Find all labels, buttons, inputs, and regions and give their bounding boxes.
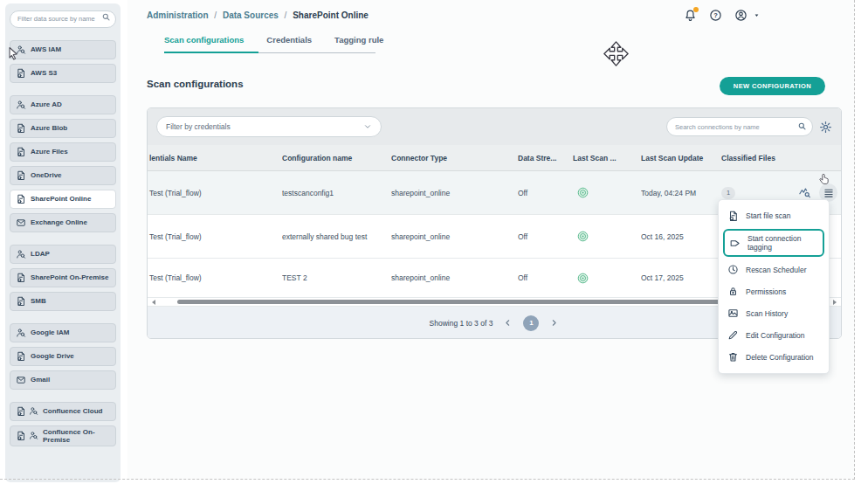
sidebar-item-label: Google Drive	[31, 352, 74, 360]
doc-search-icon	[727, 211, 739, 222]
sidebar-item-azure-files[interactable]: Azure Files	[10, 142, 116, 162]
menu-item-label: Delete Configuration	[746, 353, 814, 362]
cell-credentials: Test (Trial_flow)	[148, 189, 282, 197]
doc-search-icon	[16, 406, 26, 417]
connections-search-input[interactable]	[666, 117, 813, 136]
table-toolbar: Filter by credentials	[148, 108, 841, 145]
sidebar-item-label: Confluence Cloud	[43, 407, 102, 415]
user-search-icon	[16, 328, 26, 338]
breadcrumb-administration[interactable]: Administration	[147, 10, 209, 20]
sidebar-group-google: Google IAM Google Drive Gmail	[10, 323, 116, 390]
sidebar-group-confluence: Confluence Cloud Confluence On-Premise	[10, 402, 116, 446]
doc-search-icon	[16, 170, 26, 181]
caret-down-icon[interactable]	[753, 11, 761, 19]
menu-item-start-file-scan[interactable]: Start file scan	[719, 205, 829, 227]
doc-search-icon	[16, 147, 26, 157]
doc-search-icon	[16, 68, 26, 79]
column-header-last-scan: Last Scan ...	[573, 154, 641, 162]
sidebar-item-label: AWS S3	[31, 69, 57, 77]
notification-dot	[693, 7, 699, 12]
sidebar-item-label: SharePoint On-Premise	[31, 273, 108, 281]
sidebar-item-gmail[interactable]: Gmail	[10, 370, 116, 390]
doc-search-icon	[16, 273, 26, 283]
menu-item-start-connection-tagging[interactable]: Start connection tagging	[723, 229, 824, 257]
pagination-summary: Showing 1 to 3 of 3	[430, 319, 493, 328]
burger-menu-icon	[823, 187, 835, 199]
sidebar-filter	[10, 9, 116, 28]
tab-bar: Scan configurations Credentials Tagging …	[164, 35, 383, 52]
scroll-left-arrow[interactable]	[152, 300, 155, 305]
sidebar-item-aws-s3[interactable]: AWS S3	[10, 64, 116, 83]
sidebar-item-label: Exchange Online	[31, 218, 87, 226]
lock-icon	[727, 286, 739, 297]
sidebar-item-exchange-online[interactable]: Exchange Online	[10, 213, 116, 232]
active-tab-indicator	[164, 52, 258, 53]
sidebar-item-ldap[interactable]: LDAP	[10, 245, 116, 264]
sidebar-item-confluence-onpremise[interactable]: Confluence On-Premise	[10, 425, 116, 446]
filter-by-credentials-label: Filter by credentials	[166, 122, 231, 131]
sidebar-item-sharepoint-onpremise[interactable]: SharePoint On-Premise	[10, 268, 116, 287]
sidebar-item-label: Azure AD	[31, 100, 62, 108]
sidebar-item-onedrive[interactable]: OneDrive	[10, 166, 116, 185]
cell-data-streaming: Off	[518, 189, 573, 197]
chevron-right-icon[interactable]	[549, 318, 559, 328]
cell-last-scan-update: Oct 16, 2025	[641, 232, 721, 241]
tab-credentials[interactable]: Credentials	[266, 35, 312, 52]
notifications-button[interactable]	[684, 9, 697, 22]
cell-data-streaming: Off	[518, 273, 573, 282]
tab-tagging-rule[interactable]: Tagging rule	[334, 35, 383, 52]
doc-search-icon	[16, 194, 26, 204]
sidebar-item-label: Azure Files	[31, 148, 68, 156]
table-settings-gear-icon[interactable]	[819, 121, 832, 134]
column-header-connector-type: Connector Type	[391, 154, 518, 162]
menu-item-rescan-scheduler[interactable]: Rescan Scheduler	[719, 259, 829, 280]
filter-by-credentials-dropdown[interactable]: Filter by credentials	[156, 116, 382, 137]
image-history-icon	[727, 308, 739, 319]
sidebar-item-confluence-cloud[interactable]: Confluence Cloud	[10, 402, 116, 421]
sidebar-item-label: AWS IAM	[31, 45, 61, 53]
sidebar-item-label: Confluence On-Premise	[43, 428, 112, 444]
cell-configuration: externally shared bug test	[282, 232, 391, 241]
tag-icon	[729, 238, 741, 249]
page-number-button[interactable]: 1	[523, 315, 539, 331]
cell-connector: sharepoint_online	[391, 273, 518, 282]
cell-last-scan-update: Today, 04:24 PM	[641, 189, 721, 197]
mail-icon	[16, 218, 26, 228]
sidebar-item-azure-blob[interactable]: Azure Blob	[10, 119, 116, 138]
sidebar-item-label: Google IAM	[31, 328, 69, 336]
sidebar-item-smb[interactable]: SMB	[10, 292, 116, 311]
sidebar-item-label: OneDrive	[31, 171, 62, 179]
column-header-configuration-name: Configuration name	[282, 154, 391, 162]
menu-item-edit-configuration[interactable]: Edit Configuration	[719, 324, 829, 346]
sidebar-item-sharepoint-online[interactable]: SharePoint Online	[10, 190, 116, 209]
menu-item-delete-configuration[interactable]: Delete Configuration	[719, 346, 829, 368]
scan-insights-icon[interactable]	[798, 186, 811, 199]
menu-item-permissions[interactable]: Permissions	[719, 280, 829, 302]
sidebar-item-label: Gmail	[31, 376, 50, 384]
sidebar-item-aws-iam[interactable]: AWS IAM	[10, 40, 116, 59]
user-search-icon	[29, 406, 38, 416]
classified-files-badge[interactable]: 1	[721, 187, 735, 199]
new-configuration-button[interactable]: NEW CONFIGURATION	[720, 77, 825, 95]
tab-scan-configurations[interactable]: Scan configurations	[164, 35, 244, 52]
cell-configuration: testscanconfig1	[282, 189, 391, 197]
help-button[interactable]	[709, 9, 722, 22]
sidebar-filter-input[interactable]	[10, 10, 116, 28]
search-icon	[797, 121, 807, 131]
breadcrumb-separator: /	[214, 10, 217, 20]
column-header-credentials-name: lentials Name	[148, 154, 282, 162]
menu-item-scan-history[interactable]: Scan History	[719, 302, 829, 324]
menu-item-label: Start connection tagging	[747, 234, 818, 252]
breadcrumb-data-sources[interactable]: Data Sources	[223, 10, 279, 20]
sidebar-item-azure-ad[interactable]: Azure AD	[10, 95, 116, 114]
sidebar-item-google-drive[interactable]: Google Drive	[10, 347, 116, 366]
user-avatar-icon	[734, 9, 747, 22]
scroll-right-arrow[interactable]	[833, 300, 837, 305]
user-menu-button[interactable]	[734, 9, 747, 22]
menu-item-label: Start file scan	[746, 211, 791, 220]
pencil-icon	[727, 329, 739, 341]
sidebar-item-google-iam[interactable]: Google IAM	[10, 323, 116, 342]
user-search-icon	[16, 45, 26, 55]
chevron-left-icon[interactable]	[503, 318, 513, 328]
breadcrumb-current: SharePoint Online	[293, 10, 369, 20]
